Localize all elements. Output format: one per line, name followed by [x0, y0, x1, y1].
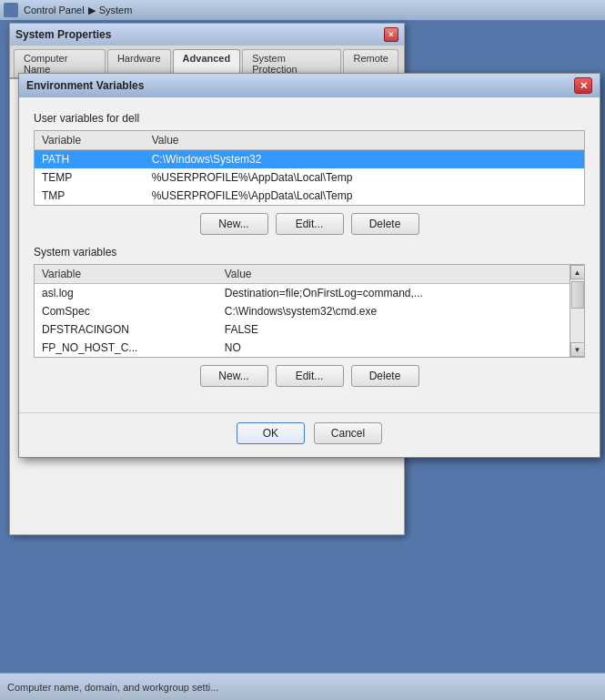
- scrollbar-thumb[interactable]: [571, 281, 584, 309]
- system-delete-button[interactable]: Delete: [351, 365, 419, 387]
- cancel-button[interactable]: Cancel: [314, 422, 382, 444]
- sys-val-dfstracingon: FALSE: [217, 320, 570, 339]
- scrollbar-track[interactable]: [570, 279, 584, 342]
- user-delete-button[interactable]: Delete: [351, 213, 419, 235]
- user-val-temp: %USERPROFILE%\AppData\Local\Temp: [145, 168, 584, 187]
- user-var-temp: TEMP: [35, 168, 145, 187]
- sys-props-close-button[interactable]: ✕: [384, 27, 398, 42]
- table-row[interactable]: TEMP %USERPROFILE%\AppData\Local\Temp: [35, 168, 584, 187]
- system-new-button[interactable]: New...: [200, 365, 268, 387]
- sys-col-variable: Variable: [35, 265, 217, 284]
- user-buttons-row: New... Edit... Delete: [34, 213, 585, 235]
- system-buttons-row: New... Edit... Delete: [34, 365, 585, 387]
- table-row[interactable]: DFSTRACINGON FALSE: [35, 320, 570, 339]
- dialog-footer: OK Cancel: [19, 412, 600, 457]
- scrollbar-down-button[interactable]: ▼: [570, 342, 585, 357]
- breadcrumb-system[interactable]: System: [99, 5, 133, 15]
- breadcrumb-cp[interactable]: Control Panel: [24, 5, 85, 15]
- user-var-tmp: TMP: [35, 187, 145, 205]
- user-val-path: C:\Windows\System32: [145, 150, 584, 169]
- system-edit-button[interactable]: Edit...: [276, 365, 344, 387]
- user-variables-table: Variable Value PATH C:\Windows\System32 …: [35, 131, 584, 205]
- system-table-scrollbar[interactable]: ▲ ▼: [570, 265, 584, 357]
- breadcrumb: Control Panel ▶ System: [24, 5, 132, 16]
- user-col-value: Value: [145, 131, 584, 150]
- user-col-variable: Variable: [35, 131, 145, 150]
- env-dialog-title: Environment Variables: [26, 79, 144, 92]
- sys-var-dfstracingon: DFSTRACINGON: [35, 320, 217, 339]
- breadcrumb-sep1: ▶: [88, 5, 96, 16]
- app-icon: [4, 3, 18, 17]
- user-edit-button[interactable]: Edit...: [276, 213, 344, 235]
- table-row[interactable]: ComSpec C:\Windows\system32\cmd.exe: [35, 302, 570, 320]
- user-variables-table-container: Variable Value PATH C:\Windows\System32 …: [34, 130, 585, 206]
- status-text: Computer name, domain, and workgroup set…: [7, 682, 218, 693]
- sys-val-asllog: Destination=file;OnFirstLog=command,...: [217, 284, 570, 303]
- env-dialog-close-button[interactable]: ✕: [574, 77, 592, 94]
- sys-col-value: Value: [217, 265, 570, 284]
- browser-titlebar: Control Panel ▶ System: [0, 0, 605, 20]
- user-section-label: User variables for dell: [34, 112, 585, 125]
- env-titlebar: Environment Variables ✕: [19, 74, 600, 97]
- scrollbar-up-button[interactable]: ▲: [570, 265, 585, 279]
- sys-var-fpnohost: FP_NO_HOST_C...: [35, 339, 217, 357]
- env-variables-dialog: Environment Variables ✕ User variables f…: [18, 73, 600, 458]
- system-variables-table-container: Variable Value asl.log Destination=file;…: [34, 264, 585, 358]
- env-content: User variables for dell Variable Value P…: [19, 97, 600, 412]
- table-row[interactable]: FP_NO_HOST_C... NO: [35, 339, 570, 357]
- sys-var-asllog: asl.log: [35, 284, 217, 303]
- sys-val-comspec: C:\Windows\system32\cmd.exe: [217, 302, 570, 320]
- system-variables-table: Variable Value asl.log Destination=file;…: [35, 265, 570, 357]
- ok-button[interactable]: OK: [237, 422, 305, 444]
- user-var-path: PATH: [35, 150, 145, 169]
- table-row[interactable]: TMP %USERPROFILE%\AppData\Local\Temp: [35, 187, 584, 205]
- sys-var-comspec: ComSpec: [35, 302, 217, 320]
- table-row[interactable]: PATH C:\Windows\System32: [35, 150, 584, 169]
- sys-props-title: System Properties: [15, 28, 111, 41]
- system-section-label: System variables: [34, 246, 585, 259]
- sys-props-titlebar: System Properties ✕: [10, 24, 404, 46]
- status-bar: Computer name, domain, and workgroup set…: [0, 673, 605, 700]
- sys-val-fpnohost: NO: [217, 339, 570, 357]
- system-table-scroll-content: Variable Value asl.log Destination=file;…: [35, 265, 570, 357]
- user-new-button[interactable]: New...: [200, 213, 268, 235]
- table-row[interactable]: asl.log Destination=file;OnFirstLog=comm…: [35, 284, 570, 303]
- browser-background: Control Panel ▶ System System Properties…: [0, 0, 605, 700]
- user-val-tmp: %USERPROFILE%\AppData\Local\Temp: [145, 187, 584, 205]
